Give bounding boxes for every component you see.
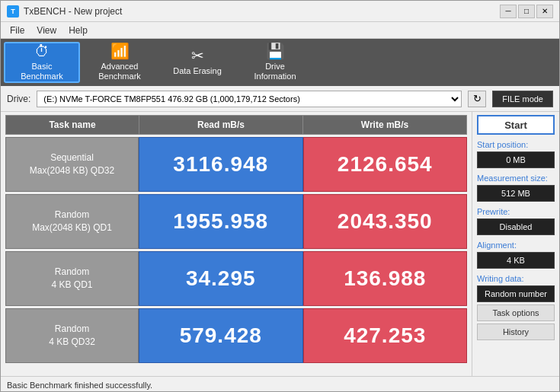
drive-information-icon: 💾 [266,43,285,59]
advanced-benchmark-icon: 📶 [110,43,130,59]
app-icon: T [7,5,19,18]
read-cell-1: 3116.948 [139,137,303,192]
toolbar-basic-benchmark[interactable]: ⏱ BasicBenchmark [4,42,80,83]
start-button[interactable]: Start [477,115,555,135]
read-cell-4: 579.428 [139,308,303,363]
start-position-value: 0 MB [477,151,555,168]
main-area: Task name Read mB/s Write mB/s Sequentia… [1,112,559,376]
data-erasing-icon: ✂ [191,48,204,63]
status-text: Basic Benchmark finished successfully. [7,381,152,390]
header-read: Read mB/s [139,116,303,134]
task-options-button[interactable]: Task options [477,304,555,321]
status-bar: Basic Benchmark finished successfully. [1,376,559,392]
drive-label: Drive: [7,94,30,104]
close-button[interactable]: ✕ [536,5,553,18]
table-row: Random4 KB QD32 579.428 427.253 [5,308,467,363]
measurement-size-value: 512 MB [477,185,555,202]
toolbar-drive-information[interactable]: 💾 DriveInformation [237,42,313,83]
read-cell-2: 1955.958 [139,194,303,249]
write-cell-4: 427.253 [303,308,468,363]
writing-data-label: Writing data: [477,274,555,283]
table-row: SequentialMax(2048 KB) QD32 3116.948 212… [5,137,467,192]
measurement-size-label: Measurement size: [477,174,555,183]
window-title: TxBENCH - New project [24,6,500,17]
menu-view[interactable]: View [30,24,62,37]
window-controls: ─ □ ✕ [500,5,553,18]
prewrite-label: Prewrite: [477,207,555,216]
menu-bar: File View Help [1,22,559,39]
advanced-benchmark-label: AdvancedBenchmark [98,62,141,81]
minimize-button[interactable]: ─ [500,5,517,18]
start-position-label: Start position: [477,140,555,149]
write-cell-3: 136.988 [303,251,468,306]
data-erasing-label: Data Erasing [173,66,222,76]
title-bar: T TxBENCH - New project ─ □ ✕ [1,1,559,22]
writing-data-button[interactable]: Random number [477,285,555,302]
alignment-label: Alignment: [477,241,555,250]
write-cell-1: 2126.654 [303,137,468,192]
prewrite-value: Disabled [477,218,555,235]
toolbar-advanced-benchmark[interactable]: 📶 AdvancedBenchmark [82,42,158,83]
drive-bar: Drive: (E:) NVMe T-FORCE TM8FP551 476.92… [1,86,559,112]
maximize-button[interactable]: □ [518,5,535,18]
basic-benchmark-label: BasicBenchmark [21,62,63,81]
task-cell-3: Random4 KB QD1 [5,251,139,306]
write-cell-2: 2043.350 [303,194,468,249]
right-panel: Start Start position: 0 MB Measurement s… [472,112,559,376]
task-cell-1: SequentialMax(2048 KB) QD32 [5,137,139,192]
task-cell-4: Random4 KB QD32 [5,308,139,363]
header-write: Write mB/s [303,116,466,134]
toolbar: ⏱ BasicBenchmark 📶 AdvancedBenchmark ✂ D… [1,39,559,86]
alignment-value: 4 KB [477,252,555,269]
table-header: Task name Read mB/s Write mB/s [5,115,467,135]
header-task: Task name [6,116,139,134]
table-row: RandomMax(2048 KB) QD1 1955.958 2043.350 [5,194,467,249]
menu-file[interactable]: File [4,24,30,37]
history-button[interactable]: History [477,323,555,340]
refresh-button[interactable]: ↻ [468,91,486,107]
file-mode-button[interactable]: FILE mode [492,91,553,107]
toolbar-data-erasing[interactable]: ✂ Data Erasing [159,42,235,83]
basic-benchmark-icon: ⏱ [34,43,50,59]
menu-help[interactable]: Help [62,24,94,37]
read-cell-3: 34.295 [139,251,303,306]
drive-select[interactable]: (E:) NVMe T-FORCE TM8FP551 476.92 GB (1,… [37,91,462,107]
task-cell-2: RandomMax(2048 KB) QD1 [5,194,139,249]
table-row: Random4 KB QD1 34.295 136.988 [5,251,467,306]
benchmark-area: Task name Read mB/s Write mB/s Sequentia… [1,112,472,376]
drive-information-label: DriveInformation [254,62,296,81]
